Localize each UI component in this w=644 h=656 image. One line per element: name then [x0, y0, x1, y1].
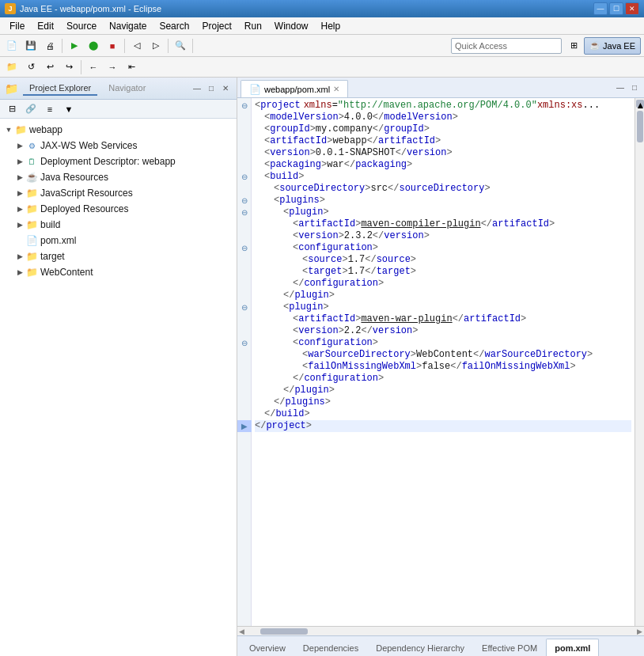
- save-btn[interactable]: 💾: [22, 37, 40, 55]
- expand-js-resources[interactable]: ▶: [14, 188, 25, 199]
- editor-tab-pomxml[interactable]: 📄 webapp/pom.xml ✕: [241, 80, 348, 97]
- quick-access-label: Quick Access: [455, 41, 507, 51]
- horizontal-scrollbar[interactable]: ◀ ▶: [237, 626, 644, 635]
- deployment-icon: 🗒: [25, 155, 38, 168]
- stop-btn[interactable]: ■: [104, 37, 121, 55]
- close-btn[interactable]: ✕: [625, 2, 639, 15]
- menu-window[interactable]: Window: [268, 19, 315, 33]
- tab-effective-pom[interactable]: Effective POM: [473, 639, 546, 656]
- tree-item-js-resources[interactable]: ▶ 📁 JavaScript Resources: [0, 185, 237, 201]
- tree-item-java-resources[interactable]: ▶ ☕ Java Resources: [0, 169, 237, 185]
- tab-overview[interactable]: Overview: [241, 639, 294, 656]
- menu-file[interactable]: File: [3, 19, 31, 33]
- webapp-label: webapp: [29, 124, 63, 135]
- expand-build[interactable]: ▶: [14, 219, 25, 230]
- editor-content[interactable]: ⊖ ⊖ ⊖ ⊖ ⊖ ⊖ ⊖: [237, 98, 644, 626]
- panel-menu-btn[interactable]: ▼: [60, 100, 78, 118]
- main-area: 📁 Project Explorer Navigator — □ ✕ ⊟ 🔗 ≡…: [0, 78, 644, 656]
- tree-item-jaxws[interactable]: ▶ ⚙ JAX-WS Web Services: [0, 138, 237, 154]
- build-icon: 📁: [25, 218, 38, 231]
- next-btn[interactable]: →: [104, 59, 121, 76]
- java-ee-perspective[interactable]: ☕ Java EE: [584, 37, 641, 55]
- code-editor[interactable]: <project xmlns="http://maven.apache.org/…: [252, 98, 635, 626]
- tab-navigator[interactable]: Navigator: [102, 82, 152, 96]
- tab-dependency-hierarchy[interactable]: Dependency Hierarchy: [367, 639, 473, 656]
- maximize-panel-btn[interactable]: □: [205, 82, 218, 95]
- open-perspective-btn[interactable]: ⊞: [565, 37, 582, 55]
- new2-btn[interactable]: 📁: [3, 59, 21, 76]
- gutter-9: ⊖: [237, 195, 252, 207]
- prev-btn[interactable]: ←: [85, 59, 102, 76]
- last-btn[interactable]: ⇤: [123, 59, 140, 76]
- close-panel-btn[interactable]: ✕: [219, 82, 232, 95]
- new-btn[interactable]: 📄: [3, 37, 21, 55]
- tree-item-pomxml[interactable]: ▶ 📄 pom.xml: [0, 233, 237, 248]
- expand-webapp[interactable]: ▼: [3, 124, 14, 135]
- run-btn[interactable]: ▶: [66, 37, 83, 55]
- gutter-27: [237, 408, 252, 420]
- tree-view-btn[interactable]: ≡: [41, 100, 59, 118]
- scroll-right-btn[interactable]: ▶: [637, 628, 642, 635]
- gutter-19: [237, 313, 252, 325]
- menu-bar: File Edit Source Navigate Search Project…: [0, 17, 644, 35]
- sep1: [62, 39, 63, 53]
- tab-pomxml[interactable]: pom.xml: [546, 639, 599, 656]
- vertical-scrollbar[interactable]: ▲: [635, 98, 644, 626]
- menu-help[interactable]: Help: [315, 19, 347, 33]
- forward-btn[interactable]: ▷: [147, 37, 165, 55]
- code-line-8: <sourceDirectory>src</sourceDirectory>: [255, 183, 631, 195]
- expand-target[interactable]: ▶: [14, 251, 25, 262]
- gutter-3: [237, 123, 252, 135]
- menu-edit[interactable]: Edit: [31, 19, 60, 33]
- menu-navigate[interactable]: Navigate: [103, 19, 153, 33]
- undo-btn[interactable]: ↩: [41, 59, 59, 76]
- collapse-all-btn[interactable]: ⊟: [3, 100, 21, 118]
- back-btn[interactable]: ◁: [128, 37, 146, 55]
- tree-item-deployed-resources[interactable]: ▶ 📁 Deployed Resources: [0, 201, 237, 217]
- menu-run[interactable]: Run: [238, 19, 268, 33]
- tab-dependencies[interactable]: Dependencies: [294, 639, 367, 656]
- webcontent-icon: 📁: [25, 266, 38, 279]
- quick-access-input[interactable]: Quick Access: [451, 38, 562, 54]
- tree-item-target[interactable]: ▶ 📁 target: [0, 248, 237, 264]
- menu-search[interactable]: Search: [153, 19, 195, 33]
- code-line-23: <failOnMissingWebXml>false</failOnMissin…: [255, 361, 631, 373]
- tab-project-explorer[interactable]: Project Explorer: [23, 82, 97, 96]
- expand-deployed-resources[interactable]: ▶: [14, 203, 25, 214]
- tree-item-deployment[interactable]: ▶ 🗒 Deployment Descriptor: webapp: [0, 154, 237, 169]
- expand-webcontent[interactable]: ▶: [14, 267, 25, 278]
- tree-item-webapp[interactable]: ▼ 📁 webapp: [0, 122, 237, 138]
- tree-item-build[interactable]: ▶ 📁 build: [0, 217, 237, 233]
- redo-btn[interactable]: ↪: [60, 59, 78, 76]
- scroll-thumb[interactable]: [637, 111, 643, 142]
- deployed-resources-label: Deployed Resources: [40, 203, 128, 214]
- expand-jaxws[interactable]: ▶: [14, 140, 25, 151]
- link-with-editor-btn[interactable]: 🔗: [22, 100, 40, 118]
- expand-deployment[interactable]: ▶: [14, 156, 25, 167]
- h-scroll-thumb[interactable]: [260, 628, 308, 635]
- editor-minimize-btn[interactable]: —: [614, 82, 627, 94]
- minimize-btn[interactable]: —: [593, 2, 608, 15]
- scroll-left-btn[interactable]: ◀: [239, 628, 244, 635]
- minimize-panel-btn[interactable]: —: [191, 82, 203, 95]
- maximize-btn[interactable]: ☐: [609, 2, 623, 15]
- code-line-25: </plugin>: [255, 385, 631, 396]
- tree-item-webcontent[interactable]: ▶ 📁 WebContent: [0, 264, 237, 280]
- sep2: [124, 39, 125, 53]
- gutter-8: [237, 183, 252, 195]
- editor-tab-close[interactable]: ✕: [333, 85, 339, 93]
- code-line-24: </configuration>: [255, 373, 631, 385]
- search-btn[interactable]: 🔍: [172, 37, 189, 55]
- refresh-btn[interactable]: ↺: [22, 59, 40, 76]
- menu-project[interactable]: Project: [195, 19, 237, 33]
- print-btn[interactable]: 🖨: [41, 37, 59, 55]
- menu-source[interactable]: Source: [60, 19, 103, 33]
- gutter-6: [237, 159, 252, 171]
- expand-java-resources[interactable]: ▶: [14, 172, 25, 183]
- code-line-17: </plugin>: [255, 290, 631, 301]
- debug-btn[interactable]: ⬤: [85, 37, 102, 55]
- gutter-17: [237, 290, 252, 301]
- code-line-12: <version>2.3.2</version>: [255, 230, 631, 242]
- scroll-up-btn[interactable]: ▲: [636, 100, 644, 108]
- editor-maximize-btn[interactable]: □: [628, 82, 641, 94]
